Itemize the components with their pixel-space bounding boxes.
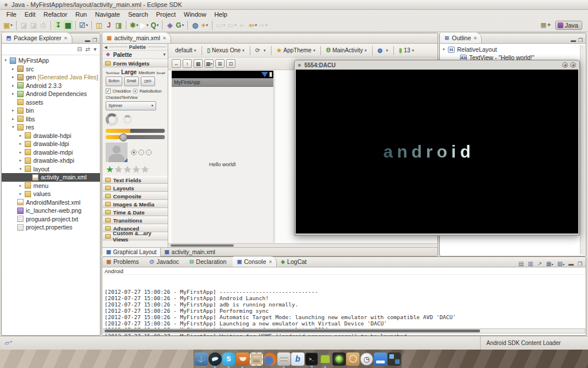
- toolbar-button[interactable]: ▭: [215, 20, 226, 30]
- close-icon[interactable]: ✕: [268, 259, 272, 264]
- dock-icon[interactable]: [250, 352, 263, 366]
- tree-expander[interactable]: ▾: [20, 167, 25, 171]
- canvas-toolbar-button[interactable]: ↔: [172, 59, 181, 68]
- tree-expander[interactable]: ▸: [12, 91, 17, 96]
- menu-item[interactable]: Search: [124, 11, 152, 18]
- palette-category[interactable]: Custom &...ary Views: [103, 232, 168, 240]
- toolbar-button[interactable]: ▭: [226, 20, 238, 30]
- toolbar-button[interactable]: J: [104, 20, 114, 30]
- tree-row[interactable]: ▾ res: [2, 123, 100, 132]
- toolbar-button[interactable]: ▣: [2, 20, 14, 30]
- close-icon[interactable]: ✕: [163, 36, 167, 41]
- dock-icon[interactable]: [277, 352, 291, 366]
- tree-row[interactable]: ▸ gen [Generated Java Files]: [2, 73, 100, 82]
- tree-row[interactable]: ▸ libs: [2, 115, 100, 124]
- tree-row[interactable]: project.properties: [2, 223, 100, 232]
- menu-item[interactable]: Help: [210, 11, 231, 18]
- dock-icon[interactable]: [319, 352, 332, 366]
- editor-mode-tab[interactable]: ▦ activity_main.xml: [161, 248, 219, 256]
- tree-row[interactable]: ▸ src: [2, 65, 100, 74]
- tree-row[interactable]: AndroidManifest.xml: [2, 198, 100, 207]
- config-dropdown[interactable]: ▮ 13: [397, 46, 416, 55]
- radiogroup-preview[interactable]: [131, 150, 152, 155]
- palette-collapse-bar[interactable]: ◂ Palette: [103, 44, 168, 51]
- toolbar-button[interactable]: ◈: [165, 20, 175, 30]
- tree-row[interactable]: ▸ Android 2.3.3: [2, 82, 100, 90]
- console-toolbar-icon[interactable]: ▧: [557, 260, 564, 267]
- canvas-toolbar-button[interactable]: ⊡: [226, 59, 235, 68]
- tree-row[interactable]: ic_launcher-web.png: [2, 206, 100, 215]
- emulator-titlebar[interactable]: 5554:DACU: [295, 60, 579, 70]
- close-icon[interactable]: ✕: [473, 36, 477, 41]
- tree-row[interactable]: ▾ layout: [2, 165, 100, 174]
- palette-header[interactable]: ❖ Palette ▾: [103, 51, 168, 59]
- minimize-icon[interactable]: ▬: [568, 261, 574, 267]
- config-dropdown[interactable]: ⟳: [254, 46, 268, 55]
- console-view-tab[interactable]: ▣ Console ✕: [233, 256, 277, 267]
- textview-small-preview[interactable]: Small: [157, 71, 165, 75]
- menu-item[interactable]: Project: [152, 11, 180, 18]
- toolbar-button[interactable]: ⇨: [258, 20, 269, 30]
- menu-item[interactable]: Run: [71, 11, 91, 18]
- progressbar-large-preview[interactable]: [106, 113, 118, 126]
- canvas-toolbar-button[interactable]: ↕: [183, 59, 192, 68]
- progressbar-horizontal-preview[interactable]: [106, 129, 165, 133]
- button-preview[interactable]: Button: [106, 76, 122, 86]
- window-menu-icon[interactable]: [298, 64, 301, 67]
- console-view-tab[interactable]: ◆ LogCat: [277, 256, 313, 267]
- textview-large-preview[interactable]: Large: [121, 69, 137, 75]
- tree-expander[interactable]: ▸: [20, 158, 25, 163]
- open-perspective-icon[interactable]: ▦✦: [540, 21, 552, 29]
- collapse-left-icon[interactable]: ◂: [105, 44, 107, 50]
- emulator-screen[interactable]: android: [296, 70, 578, 233]
- view-toolbar-icon[interactable]: ▾: [94, 46, 96, 52]
- tree-row[interactable]: ▸ drawable-mdpi: [2, 148, 100, 157]
- view-toolbar-icon[interactable]: ⇄: [86, 46, 90, 52]
- config-dropdown[interactable]: ◍: [376, 46, 390, 55]
- toolbar-button[interactable]: ↧: [53, 20, 63, 30]
- tree-row[interactable]: ▸ drawable-hdpi: [2, 132, 100, 140]
- editor-mode-tab[interactable]: ▦ Graphical Layout: [102, 248, 161, 256]
- toolbar-button[interactable]: ▦: [63, 20, 73, 30]
- toolbar-button[interactable]: ◪: [29, 20, 38, 30]
- tree-expander[interactable]: ▸: [12, 67, 17, 71]
- dock-icon[interactable]: [346, 352, 359, 366]
- menu-item[interactable]: Window: [180, 11, 210, 18]
- console-view-tab[interactable]: ⊟ Declaration: [185, 256, 233, 267]
- radiobutton-preview[interactable]: [133, 89, 138, 94]
- menu-item[interactable]: Navigate: [91, 11, 123, 18]
- menu-item[interactable]: Edit: [21, 11, 40, 18]
- textview-preview[interactable]: TextView: [106, 71, 119, 75]
- spinner-preview[interactable]: Spinner ▾: [106, 101, 156, 110]
- dock-icon[interactable]: [208, 352, 222, 366]
- tree-expander[interactable]: ▸: [20, 133, 25, 138]
- canvas-toolbar-button[interactable]: ▦: [194, 59, 203, 68]
- toolbar-button[interactable]: ⇠: [238, 20, 247, 30]
- tree-row[interactable]: ▸ drawable-xhdpi: [2, 156, 100, 165]
- palette-category[interactable]: Images & Media: [103, 200, 168, 208]
- menu-item[interactable]: File: [2, 11, 21, 18]
- menu-item[interactable]: Refactor: [40, 11, 72, 18]
- canvas-horizontal-scrollbar[interactable]: [168, 243, 437, 247]
- quickcontactbadge-preview[interactable]: [106, 143, 127, 162]
- view-toolbar-icon[interactable]: ⊟: [77, 46, 82, 52]
- tree-row[interactable]: assets: [2, 98, 100, 107]
- palette-category[interactable]: Time & Date: [103, 208, 168, 216]
- console-toolbar-icon[interactable]: ↗: [537, 260, 542, 267]
- tree-expander[interactable]: ▸: [12, 117, 17, 121]
- dock-icon[interactable]: ◷: [360, 352, 373, 366]
- seekbar-preview[interactable]: [106, 135, 165, 139]
- checkedtextview-preview[interactable]: CheckedTextView: [106, 95, 165, 99]
- close-icon[interactable]: ✕: [64, 36, 68, 41]
- tree-row[interactable]: activity_main.xml: [2, 173, 100, 182]
- toolbar-button[interactable]: ◫: [94, 20, 104, 30]
- chevron-down-icon[interactable]: ▾: [163, 52, 165, 57]
- toolbar-button[interactable]: ◪: [19, 20, 29, 30]
- tree-expander[interactable]: ▸: [12, 108, 17, 113]
- tree-expander[interactable]: ▾: [443, 47, 448, 52]
- dock-icon[interactable]: >_: [305, 352, 318, 366]
- minimize-icon[interactable]: ▬: [85, 37, 90, 43]
- fast-view-icon[interactable]: ▱⁺: [5, 339, 13, 347]
- tree-expander[interactable]: ▸: [20, 141, 25, 146]
- maximize-icon[interactable]: ❐: [578, 37, 583, 43]
